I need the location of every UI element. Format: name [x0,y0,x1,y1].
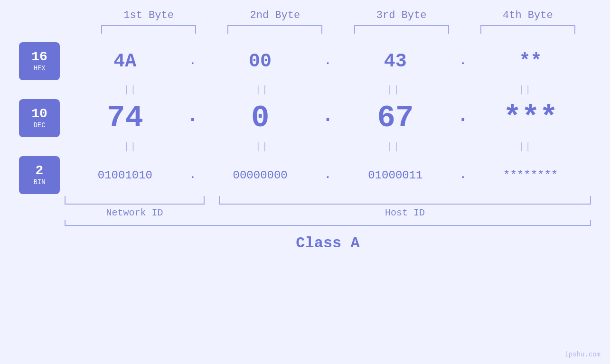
byte-label-3: 3rd Byte [338,9,465,21]
top-bracket-3 [354,25,449,34]
hex-value-3: 43 [384,51,407,72]
page-wrapper: 1st Byte 2nd Byte 3rd Byte 4th Byte 16 H… [0,0,610,364]
bin-cells: 01001010 . 00000000 . 01000011 . *******… [65,169,591,182]
hex-cell-2: 00 [200,51,321,72]
byte-label-4: 4th Byte [465,9,591,21]
network-id-label: Network ID [65,207,205,218]
equals-sign-2-1: || [124,141,137,152]
equals-cell-2-4: || [460,141,591,152]
equals-row-1: || || || || [19,80,591,99]
dec-dot-1: . [186,107,200,130]
top-bracket-cell-3 [338,25,465,34]
byte-labels: 1st Byte 2nd Byte 3rd Byte 4th Byte [19,9,591,21]
bin-badge-label: BIN [33,178,45,186]
top-bracket-cell-1 [85,25,212,34]
hex-value-4: ** [519,51,542,72]
class-bracket [65,220,591,226]
hex-dot-2: . [321,56,335,67]
hex-cell-4: ** [470,51,591,72]
bin-cell-2: 00000000 [200,169,321,182]
hex-cell-3: 43 [335,51,456,72]
bin-badge-number: 2 [36,164,44,177]
bin-value-1: 01001010 [98,169,152,182]
dec-cell-4: *** [470,101,591,135]
top-bracket-2 [227,25,322,34]
dec-cell-3: 67 [335,101,456,135]
hex-cell-1: 4A [65,51,186,72]
hex-cells: 4A . 00 . 43 . ** [65,51,591,72]
hex-badge-label: HEX [33,65,45,72]
network-bracket [65,196,205,205]
byte-label-1: 1st Byte [85,9,212,21]
hex-row: 16 HEX 4A . 00 . 43 . ** [19,42,591,80]
bin-value-4: ******** [503,169,558,182]
dec-value-4: *** [503,101,558,135]
equals-cell-1-4: || [460,84,591,95]
equals-cell-2-3: || [328,141,460,152]
class-section: Class A [19,220,591,256]
watermark: ipshu.com [564,351,601,358]
equals-cell-1-1: || [65,84,196,95]
bottom-brackets-container [65,196,591,205]
dec-dot-3: . [456,107,470,130]
hex-value-2: 00 [249,51,272,72]
dec-cells: 74 . 0 . 67 . *** [65,101,591,135]
equals-cells-1: || || || || [65,84,591,95]
equals-sign-1-4: || [518,84,532,95]
equals-cell-1-3: || [328,84,460,95]
dec-cell-1: 74 [65,101,186,135]
equals-cell-2-1: || [65,141,196,152]
class-label: Class A [65,231,591,256]
top-bracket-1 [101,25,196,34]
equals-sign-2-3: || [387,141,400,152]
equals-sign-2-2: || [255,141,269,152]
top-bracket-4 [480,25,575,34]
bin-cell-1: 01001010 [65,169,186,182]
bin-value-2: 00000000 [233,169,288,182]
bin-dot-1: . [186,169,200,181]
byte-label-2: 2nd Byte [212,9,338,21]
equals-cells-2: || || || || [65,141,591,152]
bin-value-3: 01000011 [368,169,422,182]
hex-dot-3: . [456,56,470,67]
top-bracket-cell-4 [465,25,591,34]
bin-dot-2: . [321,169,335,181]
bracket-gap [205,196,219,205]
top-bracket-cell-2 [212,25,338,34]
dec-dot-2: . [321,107,335,130]
dec-badge-number: 10 [31,107,47,121]
hex-badge-number: 16 [31,50,47,64]
host-bracket [219,196,591,205]
bin-dot-3: . [456,169,470,181]
top-brackets [19,25,591,34]
dec-value-3: 67 [377,101,413,135]
id-labels: Network ID Host ID [65,205,591,218]
bottom-section: Network ID Host ID [19,194,591,218]
equals-cell-1-2: || [196,84,328,95]
bin-row: 2 BIN 01001010 . 00000000 . 01000011 . *… [19,156,591,194]
bin-badge: 2 BIN [19,156,60,194]
hex-value-1: 4A [113,51,136,72]
equals-cell-2-2: || [196,141,328,152]
equals-sign-1-2: || [255,84,269,95]
bin-cell-3: 01000011 [335,169,456,182]
equals-sign-1-1: || [124,84,137,95]
label-gap [205,207,219,218]
equals-sign-2-4: || [518,141,532,152]
dec-value-2: 0 [251,101,269,135]
equals-sign-1-3: || [387,84,400,95]
dec-badge-label: DEC [33,121,45,129]
hex-dot-1: . [186,56,200,67]
dec-badge: 10 DEC [19,99,60,137]
dec-row: 10 DEC 74 . 0 . 67 . *** [19,99,591,137]
hex-badge: 16 HEX [19,42,60,80]
dec-cell-2: 0 [200,101,321,135]
bin-cell-4: ******** [470,169,591,182]
equals-row-2: || || || || [19,137,591,156]
host-id-label: Host ID [219,207,591,218]
dec-value-1: 74 [107,101,143,135]
